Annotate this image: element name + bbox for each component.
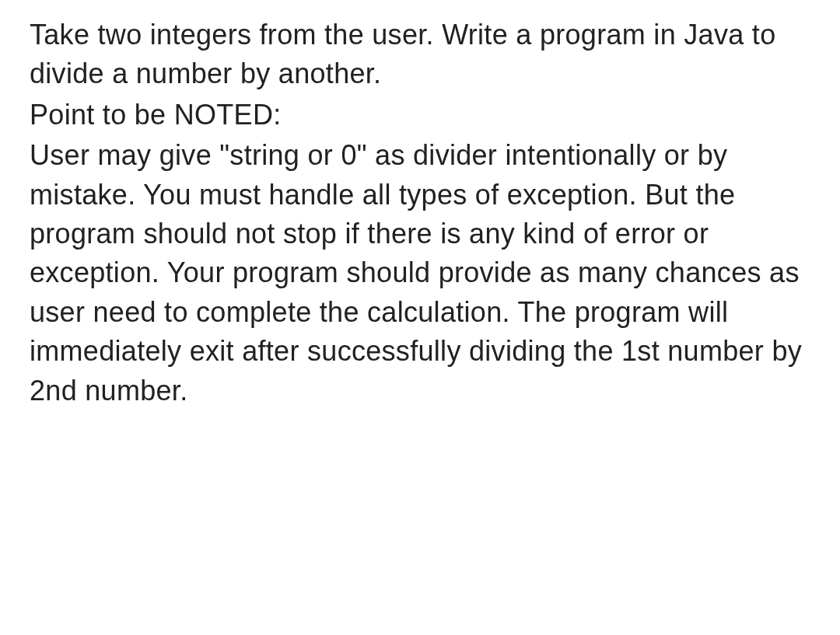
- note-body: User may give "string or 0" as divider i…: [30, 136, 810, 410]
- document-page: Take two integers from the user. Write a…: [0, 0, 840, 410]
- document-body: Take two integers from the user. Write a…: [30, 16, 810, 410]
- note-heading: Point to be NOTED:: [30, 96, 810, 134]
- intro-paragraph: Take two integers from the user. Write a…: [30, 16, 810, 94]
